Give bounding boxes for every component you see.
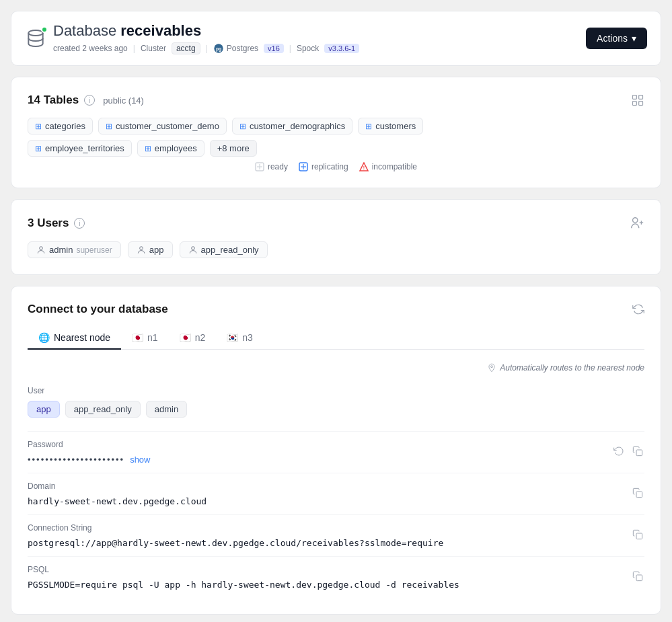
- copy-icon: [632, 571, 643, 582]
- header-left: Database receivables created 2 weeks ago…: [25, 22, 359, 54]
- legend-replicating: replicating: [299, 162, 348, 171]
- table-tag-label: employee_territories: [45, 143, 124, 153]
- flag-jp-icon: 🇯🇵: [180, 332, 191, 343]
- legend-incompatible-label: incompatible: [372, 162, 417, 171]
- add-users-icon[interactable]: [630, 216, 644, 231]
- domain-value: hardly-sweet-newt.dev.pgedge.cloud: [28, 496, 631, 506]
- spock-label: Spock: [297, 44, 319, 53]
- tables-subtitle: public (14): [103, 95, 144, 106]
- password-content: Password •••••••••••••••••••••• show: [28, 440, 612, 465]
- user-pills: app app_read_only admin: [28, 401, 644, 418]
- connect-section-header: Connect to your database: [28, 303, 644, 316]
- connection-string-content: Connection String postgresql://app@hardl…: [28, 523, 631, 548]
- users-info-icon[interactable]: i: [74, 218, 85, 229]
- svg-rect-21: [636, 450, 642, 456]
- auto-route-text: Automatically routes to the nearest node: [500, 363, 644, 373]
- refresh-icon[interactable]: [632, 303, 644, 315]
- copy-password-button[interactable]: [631, 444, 644, 460]
- tab-n3[interactable]: 🇰🇷 n3: [216, 327, 264, 350]
- location-icon: [487, 363, 496, 373]
- database-header: Database receivables created 2 weeks ago…: [11, 11, 661, 66]
- tables-title: 14 Tables: [28, 93, 79, 107]
- svg-rect-22: [636, 492, 642, 498]
- svg-rect-6: [639, 102, 643, 106]
- table-tag[interactable]: ⊞ customer_customer_demo: [98, 118, 227, 134]
- show-password-link[interactable]: show: [130, 455, 150, 465]
- table-icon: ⊞: [35, 144, 42, 153]
- copy-icon: [632, 529, 643, 540]
- db-name: receivables: [120, 22, 201, 39]
- grid-icon[interactable]: [631, 93, 644, 107]
- table-tag[interactable]: ⊞ employees: [137, 140, 204, 157]
- cluster-badge[interactable]: acctg: [172, 42, 200, 54]
- users-card: 3 Users i admin superuser: [11, 199, 661, 275]
- svg-point-17: [40, 246, 43, 249]
- copy-connection-string-button[interactable]: [631, 528, 644, 543]
- svg-text:!: !: [363, 165, 365, 170]
- table-tag-label: categories: [45, 121, 85, 131]
- psql-label: PSQL: [28, 565, 631, 574]
- table-tag[interactable]: ⊞ customers: [358, 118, 423, 134]
- tab-n2[interactable]: 🇯🇵 n2: [169, 327, 217, 350]
- created-text: created 2 weeks ago: [53, 44, 128, 53]
- connection-string-label: Connection String: [28, 523, 631, 533]
- user-tag-app[interactable]: app: [128, 241, 173, 258]
- database-icon-wrap: [25, 28, 46, 49]
- regenerate-icon: [613, 446, 624, 457]
- psql-row: PSQL PGSSLMODE=require psql -U app -h ha…: [28, 556, 644, 598]
- page-title: Database receivables: [53, 22, 359, 40]
- user-pill-app-read-only[interactable]: app_read_only: [65, 401, 141, 418]
- psql-content: PSQL PGSSLMODE=require psql -U app -h ha…: [28, 565, 631, 590]
- tab-n1[interactable]: 🇯🇵 n1: [121, 327, 169, 350]
- more-tables-badge[interactable]: +8 more: [210, 140, 257, 157]
- status-online-dot: [41, 26, 48, 33]
- tab-nearest-node[interactable]: 🌐 Nearest node: [28, 327, 121, 350]
- svg-point-19: [191, 246, 194, 249]
- password-value-row: •••••••••••••••••••••• show: [28, 455, 612, 465]
- tab-label: n3: [242, 332, 253, 343]
- svg-point-14: [633, 218, 638, 223]
- users-title-group: 3 Users i: [28, 217, 85, 230]
- table-tag[interactable]: ⊞ categories: [28, 118, 93, 134]
- connect-title: Connect to your database: [28, 303, 168, 316]
- table-icon: ⊞: [365, 122, 372, 131]
- table-tag[interactable]: ⊞ employee_territories: [28, 140, 132, 157]
- user-name: admin: [49, 245, 73, 255]
- svg-rect-4: [639, 95, 643, 100]
- svg-rect-23: [636, 533, 642, 539]
- user-name: app: [149, 245, 164, 255]
- flag-kr-icon: 🇰🇷: [227, 332, 238, 343]
- postgres-version: v16: [264, 44, 284, 53]
- table-tag[interactable]: ⊞ customer_demographics: [232, 118, 352, 134]
- user-tag-app-read-only[interactable]: app_read_only: [180, 241, 268, 258]
- tables-tags-row: ⊞ categories ⊞ customer_customer_demo ⊞ …: [28, 118, 644, 134]
- header-title-block: Database receivables created 2 weeks ago…: [53, 22, 359, 54]
- user-tag-admin[interactable]: admin superuser: [28, 241, 121, 258]
- globe-icon: 🌐: [38, 332, 50, 343]
- tab-label: n1: [147, 332, 158, 343]
- legend-ready-label: ready: [268, 162, 288, 171]
- legend-replicating-label: replicating: [311, 162, 348, 171]
- table-tag-label: customer_demographics: [250, 121, 345, 131]
- regenerate-password-button[interactable]: [612, 444, 626, 460]
- copy-icon: [632, 446, 643, 457]
- password-row: Password •••••••••••••••••••••• show: [28, 431, 644, 473]
- user-pill-app[interactable]: app: [28, 401, 60, 418]
- actions-button[interactable]: Actions ▾: [586, 28, 647, 49]
- copy-psql-button[interactable]: [631, 570, 644, 585]
- password-actions: [612, 444, 644, 460]
- user-icon: [36, 245, 46, 255]
- user-pill-admin[interactable]: admin: [146, 401, 187, 418]
- copy-domain-button[interactable]: [631, 486, 644, 502]
- svg-point-0: [28, 30, 42, 36]
- password-dots: ••••••••••••••••••••••: [28, 455, 124, 465]
- users-title: 3 Users: [28, 217, 69, 230]
- table-tag-label: customers: [375, 121, 416, 131]
- table-icon: ⊞: [239, 122, 246, 131]
- incompatible-icon: !: [359, 162, 369, 171]
- svg-text:pg: pg: [216, 46, 221, 52]
- chevron-down-icon: ▾: [632, 33, 636, 44]
- table-icon: ⊞: [145, 144, 151, 153]
- cluster-label: Cluster: [141, 44, 166, 53]
- tables-info-icon[interactable]: i: [84, 95, 95, 106]
